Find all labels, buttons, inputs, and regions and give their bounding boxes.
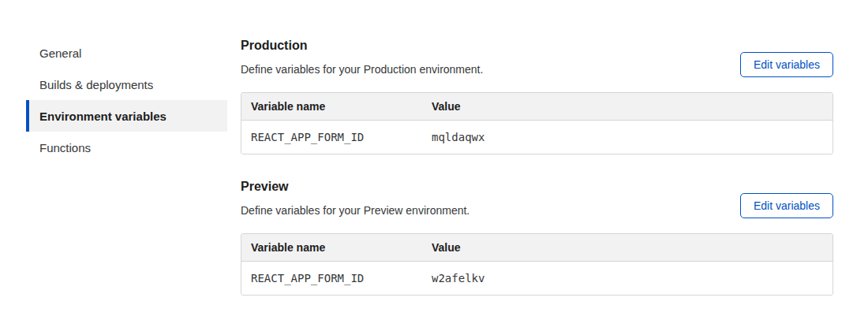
environment-variables-content: Production Define variables for your Pro… (241, 37, 833, 296)
preview-section-header: Preview Define variables for your Previe… (241, 178, 833, 218)
preview-title: Preview (241, 178, 470, 195)
production-section: Production Define variables for your Pro… (241, 37, 833, 154)
edit-variables-button-preview[interactable]: Edit variables (740, 193, 833, 218)
production-header-text: Production Define variables for your Pro… (241, 37, 483, 77)
sidebar-item-environment-variables[interactable]: Environment variables (26, 100, 227, 132)
production-variables-table: Variable name Value REACT_APP_FORM_ID mq… (241, 92, 833, 154)
settings-page: General Builds & deployments Environment… (0, 0, 868, 296)
column-header-variable-name: Variable name (241, 234, 422, 262)
preview-description: Define variables for your Preview enviro… (241, 203, 470, 218)
column-header-variable-name: Variable name (241, 93, 422, 121)
edit-variables-button-production[interactable]: Edit variables (740, 52, 833, 77)
table-row: REACT_APP_FORM_ID mqldaqwx (241, 121, 832, 154)
column-header-value: Value (422, 234, 832, 262)
preview-variables-table: Variable name Value REACT_APP_FORM_ID w2… (241, 233, 833, 296)
preview-header-text: Preview Define variables for your Previe… (241, 178, 470, 218)
sidebar-item-label: Builds & deployments (39, 78, 153, 91)
sidebar-item-builds-deployments[interactable]: Builds & deployments (26, 69, 227, 100)
table-header-row: Variable name Value (241, 93, 832, 121)
table-row: REACT_APP_FORM_ID w2afelkv (241, 262, 832, 296)
preview-section: Preview Define variables for your Previe… (241, 178, 833, 296)
variable-name-cell: REACT_APP_FORM_ID (241, 121, 422, 154)
table-header-row: Variable name Value (241, 234, 832, 262)
production-description: Define variables for your Production env… (241, 61, 483, 77)
sidebar-item-label: Environment variables (39, 110, 166, 123)
settings-sidebar: General Builds & deployments Environment… (26, 37, 227, 296)
sidebar-item-general[interactable]: General (26, 37, 227, 69)
variable-name-cell: REACT_APP_FORM_ID (241, 262, 422, 296)
production-section-header: Production Define variables for your Pro… (241, 37, 833, 77)
column-header-value: Value (422, 93, 832, 121)
sidebar-item-label: Functions (39, 141, 91, 154)
sidebar-item-label: General (39, 46, 81, 60)
production-title: Production (241, 37, 483, 54)
sidebar-item-functions[interactable]: Functions (26, 132, 227, 163)
variable-value-cell: mqldaqwx (422, 121, 832, 154)
variable-value-cell: w2afelkv (422, 262, 832, 296)
